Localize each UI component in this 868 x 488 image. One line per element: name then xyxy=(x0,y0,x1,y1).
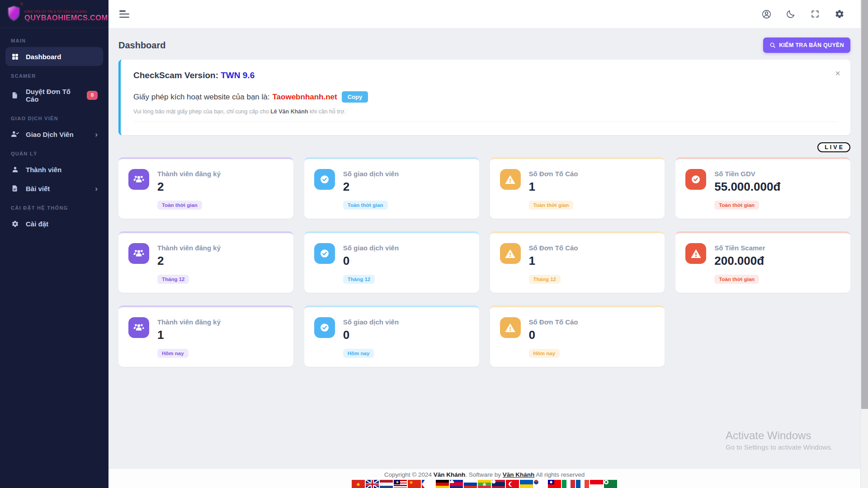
file-text-icon xyxy=(11,184,19,192)
sidebar-menu: MAINDashboardSCAMERDuyệt Đơn Tố Cáo0GIAO… xyxy=(0,28,108,236)
stat-label: Thành viên đăng ký xyxy=(157,169,221,178)
stat-label: Số Đơn Tố Cáo xyxy=(529,243,578,252)
stat-card: Số giao dịch viên0Hôm nay xyxy=(304,305,479,367)
flag-malaysia[interactable] xyxy=(394,480,407,488)
sidebar-section-header: CÀI ĐẶT HỆ THỐNG xyxy=(5,198,103,214)
flag-arab-league[interactable] xyxy=(604,480,617,488)
stat-card: Thành viên đăng ký2Tháng 12 xyxy=(118,231,293,293)
flag-russia[interactable] xyxy=(464,480,477,488)
sidebar-item-label: Thành viên xyxy=(26,166,61,174)
warning-icon xyxy=(500,317,521,338)
users-icon xyxy=(128,317,149,338)
stat-period-badge: Tháng 12 xyxy=(529,275,561,284)
settings-gear-icon[interactable] xyxy=(834,9,845,19)
sidebar-item-giao-dịch-viên[interactable]: Giao Dịch Viên› xyxy=(5,125,103,144)
logo[interactable]: < KIỂM TRA UY TÍN & TỐ CÁO LỪA ĐẢO QUYBA… xyxy=(0,0,108,28)
stat-period-badge: Hôm nay xyxy=(157,349,189,358)
stat-value: 2 xyxy=(157,254,221,268)
warning-icon xyxy=(685,243,706,264)
stat-period-badge: Toàn thời gian xyxy=(714,201,759,210)
stat-label: Số giao dịch viên xyxy=(343,243,399,252)
flag-laos[interactable] xyxy=(492,480,505,488)
sidebar-item-bài-viết[interactable]: Bài viết› xyxy=(5,179,103,198)
flag-philippines[interactable] xyxy=(422,480,435,488)
stat-value: 0 xyxy=(343,328,399,342)
flag-china[interactable] xyxy=(408,480,421,488)
sidebar-item-duyệt-đơn-tố-cáo[interactable]: Duyệt Đơn Tố Cáo0 xyxy=(5,82,103,108)
flag-vietnam[interactable] xyxy=(352,480,365,488)
sidebar-item-label: Bài viết xyxy=(26,185,50,192)
activate-windows-watermark: Activate Windows Go to Settings to activ… xyxy=(726,429,833,451)
fullscreen-icon[interactable] xyxy=(810,9,821,19)
copy-button[interactable]: Copy xyxy=(342,91,368,103)
flag-germany[interactable] xyxy=(436,480,449,488)
logo-tagline: KIỂM TRA UY TÍN & TỐ CÁO LỪA ĐẢO xyxy=(24,10,108,14)
grid-icon xyxy=(11,52,19,61)
stat-card: Thành viên đăng ký2Toàn thời gian xyxy=(118,157,293,219)
warning-icon xyxy=(500,243,521,264)
chevron-right-icon: › xyxy=(95,185,98,192)
logo-title: QUYBAOHIEMCS.COM xyxy=(24,14,108,22)
flag-indonesia[interactable] xyxy=(590,480,603,488)
stat-label: Số Đơn Tố Cáo xyxy=(529,317,578,326)
stat-card: Thành viên đăng ký1Hôm nay xyxy=(118,305,293,367)
count-badge: 0 xyxy=(87,91,98,99)
version-value: TWN 9.6 xyxy=(221,70,255,80)
page-title: Dashboard xyxy=(118,40,165,51)
user-profile-icon[interactable] xyxy=(761,9,772,19)
language-flags xyxy=(108,480,860,488)
stat-card: Số Đơn Tố Cáo1Toàn thời gian xyxy=(490,157,665,219)
users-icon xyxy=(128,243,149,264)
flag-taiwan[interactable] xyxy=(548,480,561,488)
scrollbar-track[interactable] xyxy=(860,0,868,488)
stat-card: Số giao dịch viên2Toàn thời gian xyxy=(304,157,479,219)
software-author-link[interactable]: Văn Khánh xyxy=(503,471,535,478)
stat-card: Số giao dịch viên0Tháng 12 xyxy=(304,231,479,293)
users-icon xyxy=(128,169,149,190)
warning-icon xyxy=(500,169,521,190)
flag-myanmar[interactable] xyxy=(478,480,491,488)
flag-netherlands[interactable] xyxy=(380,480,393,488)
chevron-right-icon: › xyxy=(95,131,98,138)
sidebar-item-label: Dashboard xyxy=(26,53,61,61)
check-icon xyxy=(314,169,335,190)
sidebar-item-label: Cài đặt xyxy=(26,220,48,228)
license-note: Vui lòng bảo mật giấy phép của bạn, chỉ … xyxy=(133,108,837,115)
stat-value: 2 xyxy=(343,180,399,194)
check-icon xyxy=(314,243,335,264)
hamburger-menu-icon[interactable] xyxy=(119,10,129,18)
scrollbar-thumb[interactable] xyxy=(861,0,868,409)
stat-period-badge: Toàn thời gian xyxy=(157,201,202,210)
stat-label: Số Tiền GDV xyxy=(714,169,780,178)
check-license-label: KIỂM TRA BẢN QUYỀN xyxy=(779,42,844,48)
stat-value: 2 xyxy=(157,180,221,194)
shield-logo-icon xyxy=(6,5,21,23)
stat-label: Số giao dịch viên xyxy=(343,169,399,178)
check-license-button[interactable]: KIỂM TRA BẢN QUYỀN xyxy=(763,38,850,53)
stat-card: Số Tiền Scamer200.000đToàn thời gian xyxy=(675,231,850,293)
license-line: Giấy phép kích hoạt website của bạn là: … xyxy=(133,91,837,103)
flag-turkey[interactable] xyxy=(506,480,519,488)
dark-mode-moon-icon[interactable] xyxy=(785,9,796,19)
sidebar-item-cài-đặt[interactable]: Cài đặt xyxy=(5,214,103,233)
flag-south-korea[interactable] xyxy=(534,480,547,488)
stats-grid: Thành viên đăng ký2Toàn thời gianSố giao… xyxy=(118,157,850,367)
sidebar-item-dashboard[interactable]: Dashboard xyxy=(5,47,103,66)
sidebar-item-thành-viên[interactable]: Thành viên xyxy=(5,160,103,179)
close-icon[interactable]: × xyxy=(835,69,840,78)
stat-card: Số Tiền GDV55.000.000đToàn thời gian xyxy=(675,157,850,219)
sidebar-collapse-icon[interactable]: < xyxy=(20,1,23,7)
footer: Copyright © 2024 Văn Khánh. Software by … xyxy=(108,469,860,488)
stat-card: Số Đơn Tố Cáo1Tháng 12 xyxy=(490,231,665,293)
stat-label: Số Đơn Tố Cáo xyxy=(529,169,578,178)
stat-period-badge: Toàn thời gian xyxy=(343,201,388,210)
flag-france[interactable] xyxy=(576,480,589,488)
flag-cambodia[interactable] xyxy=(450,480,463,488)
flag-ukraine[interactable] xyxy=(520,480,533,488)
flag-united-kingdom[interactable] xyxy=(366,480,379,488)
stat-label: Số giao dịch viên xyxy=(343,317,399,326)
stat-period-badge: Tháng 12 xyxy=(343,275,375,284)
flag-italy[interactable] xyxy=(562,480,575,488)
user-icon xyxy=(11,165,19,174)
sidebar-section-header: GIAO DỊCH VIÊN xyxy=(5,108,103,125)
